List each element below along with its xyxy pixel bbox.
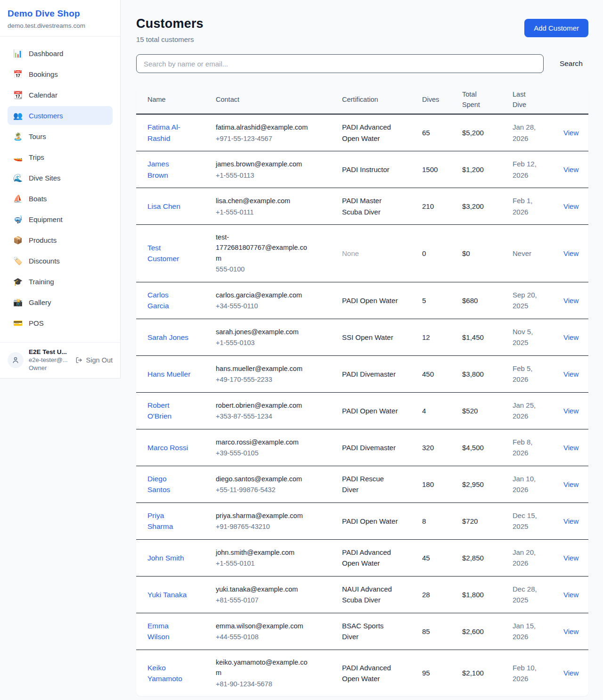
sidebar-item-equipment[interactable]: 🤿 Equipment: [8, 210, 113, 229]
table-row: Priya Sharma priya.sharma@example.com +9…: [136, 503, 588, 540]
customer-name-link[interactable]: Hans Mueller: [147, 369, 190, 379]
shop-logo-link[interactable]: Demo Dive Shop demo.test.divestreams.com: [0, 0, 120, 37]
customer-phone: +44-555-0108: [216, 633, 259, 641]
sidebar-item-customers[interactable]: 👥 Customers: [8, 106, 113, 125]
view-customer-link[interactable]: View: [563, 296, 579, 305]
certification-cell: None: [342, 248, 422, 259]
customer-phone: +1-555-0101: [216, 560, 255, 567]
dives-cell: 12: [422, 332, 462, 343]
view-customer-link[interactable]: View: [563, 165, 579, 173]
customer-name-link[interactable]: Fatima Al-Rashid: [147, 122, 191, 144]
customer-phone: 555-0100: [216, 265, 244, 273]
total-spent-cell: $4,500: [462, 442, 513, 453]
customer-name-link[interactable]: Priya Sharma: [147, 510, 191, 532]
customer-name-link[interactable]: John Smith: [147, 552, 184, 563]
sidebar-item-products[interactable]: 📦 Products: [8, 231, 113, 249]
customer-name-link[interactable]: Diego Santos: [147, 473, 191, 495]
total-spent-cell: $1,800: [462, 589, 513, 600]
sidebar-item-dive-sites[interactable]: 🌊 Dive Sites: [8, 168, 113, 187]
customer-name-link[interactable]: Lisa Chen: [147, 201, 180, 212]
view-customer-link[interactable]: View: [563, 129, 579, 137]
contact-cell: john.smith@example.com +1-555-0101: [216, 547, 342, 569]
customer-name-link[interactable]: Carlos Garcia: [147, 289, 191, 312]
label-tag-icon: 🏷️: [13, 256, 23, 265]
view-customer-link[interactable]: View: [563, 517, 579, 525]
table-row: Keiko Yamamoto keiko.yamamoto@example.co…: [136, 650, 588, 696]
last-dive-cell: Jan 10, 2026: [513, 473, 563, 495]
table-row: John Smith john.smith@example.com +1-555…: [136, 540, 588, 576]
certification-cell: PADI Open Water: [342, 405, 422, 416]
total-spent-cell: $2,100: [462, 667, 513, 678]
sidebar-item-discounts[interactable]: 🏷️ Discounts: [8, 251, 113, 270]
view-customer-link[interactable]: View: [563, 591, 579, 599]
sidebar-item-gallery[interactable]: 📸 Gallery: [8, 293, 113, 312]
sidebar-item-trips[interactable]: 🚤 Trips: [8, 148, 113, 166]
last-dive-cell: Never: [513, 248, 563, 259]
view-customer-link[interactable]: View: [563, 249, 579, 257]
dives-cell: 85: [422, 626, 462, 637]
dives-cell: 65: [422, 127, 462, 138]
customer-name-link[interactable]: Test Customer: [147, 242, 191, 264]
column-header-name: Name: [147, 94, 216, 105]
customer-phone: +91-98765-43210: [216, 523, 270, 530]
customer-email: yuki.tanaka@example.com: [216, 584, 298, 594]
tear-calendar-icon: 📆: [13, 91, 23, 99]
view-customer-link[interactable]: View: [563, 370, 579, 378]
customer-name-link[interactable]: Yuki Tanaka: [147, 589, 187, 600]
total-spent-cell: $1,450: [462, 332, 513, 343]
customer-name-link[interactable]: Marco Rossi: [147, 442, 188, 453]
avatar: [8, 352, 24, 368]
bar-chart-icon: 📊: [13, 49, 23, 58]
sidebar-item-dashboard[interactable]: 📊 Dashboard: [8, 44, 113, 63]
island-icon: 🏝️: [13, 132, 23, 141]
customers-table: Name Contact Certification Dives Total S…: [136, 85, 588, 696]
sign-out-label: Sign Out: [86, 356, 113, 364]
person-icon: [11, 356, 20, 364]
contact-cell: lisa.chen@example.com +1-555-0111: [216, 195, 342, 217]
customer-name-link[interactable]: Keiko Yamamoto: [147, 662, 191, 684]
view-customer-link[interactable]: View: [563, 480, 579, 488]
sidebar-item-pos[interactable]: 💳 POS: [8, 313, 113, 332]
user-name: E2E Test U...: [29, 348, 68, 355]
sidebar-item-calendar[interactable]: 📆 Calendar: [8, 85, 113, 104]
view-customer-link[interactable]: View: [563, 554, 579, 562]
view-customer-link[interactable]: View: [563, 202, 579, 210]
customer-phone: +81-90-1234-5678: [216, 680, 272, 688]
sidebar-item-boats[interactable]: ⛵ Boats: [8, 189, 113, 208]
customer-email: carlos.garcia@example.com: [216, 290, 302, 300]
customer-name-link[interactable]: Robert O'Brien: [147, 400, 191, 422]
view-customer-link[interactable]: View: [563, 627, 579, 635]
contact-cell: james.brown@example.com +1-555-0113: [216, 158, 342, 181]
table-row: Robert O'Brien robert.obrien@example.com…: [136, 393, 588, 429]
dives-cell: 8: [422, 516, 462, 527]
table-row: Fatima Al-Rashid fatima.alrashid@example…: [136, 115, 588, 151]
page-header: Customers 15 total customers Add Custome…: [136, 16, 588, 43]
sign-out-button[interactable]: Sign Out: [75, 356, 113, 364]
calendar-icon: 📅: [13, 70, 23, 79]
customer-email: diego.santos@example.com: [216, 474, 302, 484]
customer-email: lisa.chen@example.com: [216, 196, 290, 206]
contact-cell: sarah.jones@example.com +1-555-0103: [216, 326, 342, 348]
sidebar-item-training[interactable]: 🎓 Training: [8, 272, 113, 291]
customer-phone: +55-11-99876-5432: [216, 486, 276, 494]
customer-name-link[interactable]: James Brown: [147, 158, 191, 181]
view-customer-link[interactable]: View: [563, 669, 579, 677]
add-customer-button[interactable]: Add Customer: [524, 19, 588, 37]
view-customer-link[interactable]: View: [563, 333, 579, 341]
view-customer-link[interactable]: View: [563, 407, 579, 415]
search-input[interactable]: [136, 54, 544, 73]
sidebar-item-bookings[interactable]: 📅 Bookings: [8, 65, 113, 83]
view-customer-link[interactable]: View: [563, 444, 579, 452]
table-row: Yuki Tanaka yuki.tanaka@example.com +81-…: [136, 576, 588, 613]
table-row: James Brown james.brown@example.com +1-5…: [136, 151, 588, 188]
customer-table-body: Fatima Al-Rashid fatima.alrashid@example…: [136, 115, 588, 696]
contact-cell: emma.wilson@example.com +44-555-0108: [216, 620, 342, 642]
search-button[interactable]: Search: [554, 59, 588, 68]
customer-phone: +971-55-123-4567: [216, 135, 272, 142]
certification-cell: PADI Advanced Open Water: [342, 547, 422, 569]
customer-name-link[interactable]: Sarah Jones: [147, 332, 188, 343]
certification-cell: PADI Instructor: [342, 164, 422, 175]
customer-name-link[interactable]: Emma Wilson: [147, 620, 191, 642]
total-spent-cell: $1,200: [462, 164, 513, 175]
sidebar-item-tours[interactable]: 🏝️ Tours: [8, 127, 113, 146]
